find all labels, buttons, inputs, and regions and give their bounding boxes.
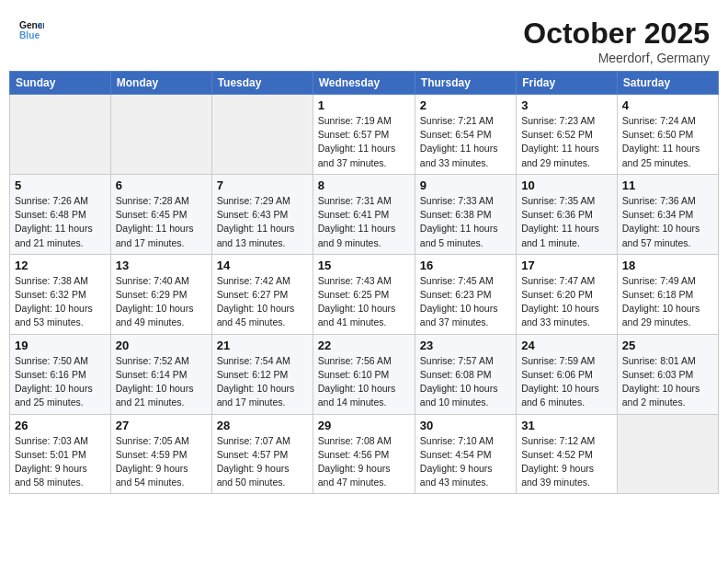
- day-detail: Sunrise: 7:56 AM Sunset: 6:10 PM Dayligh…: [318, 354, 410, 410]
- calendar-cell: 17Sunrise: 7:47 AM Sunset: 6:20 PM Dayli…: [517, 254, 618, 334]
- day-number: 14: [217, 259, 308, 272]
- calendar-cell: 29Sunrise: 7:08 AM Sunset: 4:56 PM Dayli…: [313, 414, 415, 494]
- day-detail: Sunrise: 7:54 AM Sunset: 6:12 PM Dayligh…: [217, 354, 308, 410]
- calendar-cell: 4Sunrise: 7:24 AM Sunset: 6:50 PM Daylig…: [617, 95, 718, 175]
- day-number: 7: [217, 178, 308, 192]
- calendar-cell: 27Sunrise: 7:05 AM Sunset: 4:59 PM Dayli…: [110, 414, 211, 494]
- day-number: 9: [420, 178, 511, 192]
- day-number: 20: [116, 339, 207, 352]
- day-number: 17: [521, 259, 612, 272]
- day-detail: Sunrise: 7:29 AM Sunset: 6:43 PM Dayligh…: [217, 194, 308, 250]
- day-detail: Sunrise: 7:21 AM Sunset: 6:54 PM Dayligh…: [420, 114, 511, 170]
- calendar-cell: 30Sunrise: 7:10 AM Sunset: 4:54 PM Dayli…: [415, 414, 516, 494]
- day-detail: Sunrise: 7:19 AM Sunset: 6:57 PM Dayligh…: [318, 114, 410, 170]
- day-number: 11: [622, 178, 713, 192]
- calendar-cell: 20Sunrise: 7:52 AM Sunset: 6:14 PM Dayli…: [110, 334, 211, 414]
- calendar-cell: [617, 414, 718, 494]
- logo: General Blue: [18, 17, 44, 42]
- day-number: 31: [521, 419, 612, 432]
- day-detail: Sunrise: 7:57 AM Sunset: 6:08 PM Dayligh…: [420, 354, 511, 410]
- calendar-cell: 7Sunrise: 7:29 AM Sunset: 6:43 PM Daylig…: [211, 174, 313, 254]
- day-number: 19: [15, 339, 106, 352]
- col-sunday: Sunday: [10, 72, 111, 95]
- calendar-cell: [110, 95, 211, 175]
- calendar-cell: 19Sunrise: 7:50 AM Sunset: 6:16 PM Dayli…: [10, 334, 111, 414]
- calendar-cell: 25Sunrise: 8:01 AM Sunset: 6:03 PM Dayli…: [617, 334, 718, 414]
- day-number: 6: [116, 178, 207, 192]
- day-detail: Sunrise: 7:08 AM Sunset: 4:56 PM Dayligh…: [318, 434, 410, 490]
- calendar-cell: [10, 95, 111, 175]
- day-number: 23: [420, 339, 511, 352]
- calendar-week-row: 12Sunrise: 7:38 AM Sunset: 6:32 PM Dayli…: [10, 254, 719, 334]
- day-detail: Sunrise: 7:07 AM Sunset: 4:57 PM Dayligh…: [217, 434, 308, 490]
- day-number: 21: [217, 339, 308, 352]
- calendar-cell: 26Sunrise: 7:03 AM Sunset: 5:01 PM Dayli…: [10, 414, 111, 494]
- calendar-cell: [211, 95, 313, 175]
- calendar-cell: 31Sunrise: 7:12 AM Sunset: 4:52 PM Dayli…: [517, 414, 618, 494]
- day-detail: Sunrise: 7:36 AM Sunset: 6:34 PM Dayligh…: [622, 194, 713, 250]
- calendar-week-row: 1Sunrise: 7:19 AM Sunset: 6:57 PM Daylig…: [10, 95, 719, 175]
- calendar-cell: 2Sunrise: 7:21 AM Sunset: 6:54 PM Daylig…: [415, 95, 516, 175]
- col-saturday: Saturday: [617, 72, 718, 95]
- day-number: 4: [622, 98, 713, 112]
- day-number: 29: [318, 419, 410, 432]
- day-number: 12: [15, 259, 106, 272]
- calendar-cell: 6Sunrise: 7:28 AM Sunset: 6:45 PM Daylig…: [110, 174, 211, 254]
- day-detail: Sunrise: 7:43 AM Sunset: 6:25 PM Dayligh…: [318, 274, 410, 330]
- calendar-cell: 1Sunrise: 7:19 AM Sunset: 6:57 PM Daylig…: [313, 95, 415, 175]
- day-detail: Sunrise: 7:24 AM Sunset: 6:50 PM Dayligh…: [622, 114, 713, 170]
- calendar-week-row: 26Sunrise: 7:03 AM Sunset: 5:01 PM Dayli…: [10, 414, 719, 494]
- calendar-cell: 5Sunrise: 7:26 AM Sunset: 6:48 PM Daylig…: [10, 174, 111, 254]
- day-detail: Sunrise: 7:12 AM Sunset: 4:52 PM Dayligh…: [521, 434, 612, 490]
- calendar-week-row: 5Sunrise: 7:26 AM Sunset: 6:48 PM Daylig…: [10, 174, 719, 254]
- col-friday: Friday: [517, 72, 618, 95]
- day-detail: Sunrise: 7:31 AM Sunset: 6:41 PM Dayligh…: [318, 194, 410, 250]
- calendar-cell: 9Sunrise: 7:33 AM Sunset: 6:38 PM Daylig…: [415, 174, 516, 254]
- calendar-cell: 15Sunrise: 7:43 AM Sunset: 6:25 PM Dayli…: [313, 254, 415, 334]
- day-number: 15: [318, 259, 410, 272]
- calendar-week-row: 19Sunrise: 7:50 AM Sunset: 6:16 PM Dayli…: [10, 334, 719, 414]
- calendar-cell: 22Sunrise: 7:56 AM Sunset: 6:10 PM Dayli…: [313, 334, 415, 414]
- day-number: 26: [15, 419, 106, 432]
- calendar-header-row: Sunday Monday Tuesday Wednesday Thursday…: [10, 72, 719, 95]
- day-number: 13: [116, 259, 207, 272]
- day-detail: Sunrise: 7:52 AM Sunset: 6:14 PM Dayligh…: [116, 354, 207, 410]
- calendar-cell: 3Sunrise: 7:23 AM Sunset: 6:52 PM Daylig…: [517, 95, 618, 175]
- day-number: 8: [318, 178, 410, 192]
- calendar-cell: 24Sunrise: 7:59 AM Sunset: 6:06 PM Dayli…: [517, 334, 618, 414]
- logo-icon: General Blue: [18, 17, 44, 42]
- day-detail: Sunrise: 7:42 AM Sunset: 6:27 PM Dayligh…: [217, 274, 308, 330]
- title-block: October 2025 Meerdorf, Germany: [523, 17, 710, 65]
- col-thursday: Thursday: [415, 72, 516, 95]
- day-detail: Sunrise: 7:03 AM Sunset: 5:01 PM Dayligh…: [15, 434, 106, 490]
- calendar-cell: 14Sunrise: 7:42 AM Sunset: 6:27 PM Dayli…: [211, 254, 313, 334]
- day-detail: Sunrise: 7:40 AM Sunset: 6:29 PM Dayligh…: [116, 274, 207, 330]
- day-number: 24: [521, 339, 612, 352]
- day-number: 16: [420, 259, 511, 272]
- calendar-table: Sunday Monday Tuesday Wednesday Thursday…: [9, 71, 719, 494]
- day-number: 25: [622, 339, 713, 352]
- day-number: 5: [15, 178, 106, 192]
- calendar-cell: 12Sunrise: 7:38 AM Sunset: 6:32 PM Dayli…: [10, 254, 111, 334]
- day-detail: Sunrise: 7:50 AM Sunset: 6:16 PM Dayligh…: [15, 354, 106, 410]
- day-detail: Sunrise: 7:47 AM Sunset: 6:20 PM Dayligh…: [521, 274, 612, 330]
- day-detail: Sunrise: 8:01 AM Sunset: 6:03 PM Dayligh…: [622, 354, 713, 410]
- day-number: 27: [116, 419, 207, 432]
- day-detail: Sunrise: 7:10 AM Sunset: 4:54 PM Dayligh…: [420, 434, 511, 490]
- day-detail: Sunrise: 7:49 AM Sunset: 6:18 PM Dayligh…: [622, 274, 713, 330]
- day-detail: Sunrise: 7:59 AM Sunset: 6:06 PM Dayligh…: [521, 354, 612, 410]
- col-wednesday: Wednesday: [313, 72, 415, 95]
- day-detail: Sunrise: 7:35 AM Sunset: 6:36 PM Dayligh…: [521, 194, 612, 250]
- location: Meerdorf, Germany: [523, 51, 710, 65]
- day-detail: Sunrise: 7:45 AM Sunset: 6:23 PM Dayligh…: [420, 274, 511, 330]
- calendar-cell: 16Sunrise: 7:45 AM Sunset: 6:23 PM Dayli…: [415, 254, 516, 334]
- month-title: October 2025: [523, 17, 710, 51]
- day-number: 30: [420, 419, 511, 432]
- col-tuesday: Tuesday: [211, 72, 313, 95]
- calendar-cell: 13Sunrise: 7:40 AM Sunset: 6:29 PM Dayli…: [110, 254, 211, 334]
- day-number: 10: [521, 178, 612, 192]
- calendar-cell: 21Sunrise: 7:54 AM Sunset: 6:12 PM Dayli…: [211, 334, 313, 414]
- calendar-cell: 10Sunrise: 7:35 AM Sunset: 6:36 PM Dayli…: [517, 174, 618, 254]
- day-number: 28: [217, 419, 308, 432]
- svg-text:Blue: Blue: [19, 30, 40, 40]
